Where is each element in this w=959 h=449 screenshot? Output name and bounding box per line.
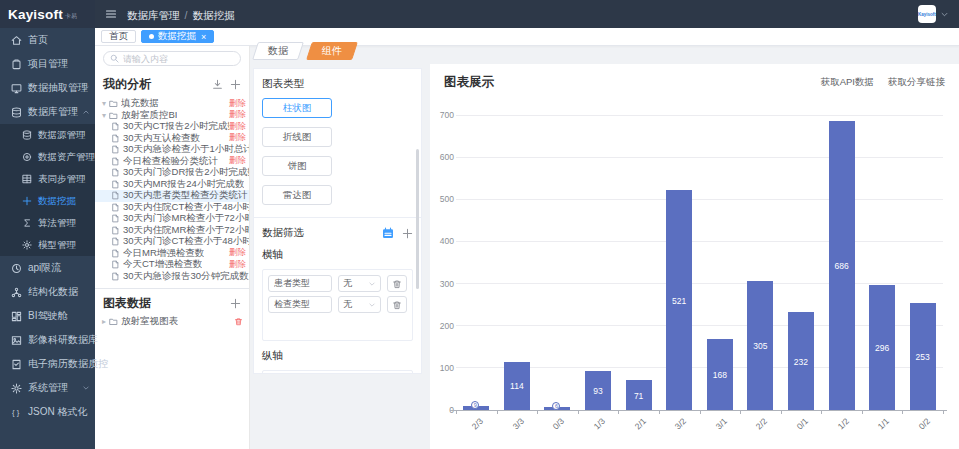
sidebar-item-数据抽取管理[interactable]: 数据抽取管理 <box>0 76 95 100</box>
sidebar-item-算法管理[interactable]: 算法管理 <box>0 212 95 234</box>
breadcrumb-item[interactable]: 数据挖掘 <box>192 9 234 21</box>
sidebar-item-BI驾驶舱[interactable]: BI驾驶舱 <box>0 304 95 328</box>
chart-action-link[interactable]: 获取分享链接 <box>888 76 945 89</box>
caret-down-icon[interactable]: ▾ <box>102 99 109 108</box>
page-tab-数据挖掘[interactable]: 数据挖掘× <box>141 30 214 43</box>
caret-down-icon[interactable]: ▾ <box>102 111 109 120</box>
page-tab-label: 首页 <box>109 30 128 43</box>
axis-agg-value: 无 <box>343 298 352 311</box>
x-axis-tick-label: 0/2 <box>901 416 932 447</box>
axis-field-input[interactable] <box>268 275 332 292</box>
sidebar-item-label: 表同步管理 <box>38 173 86 186</box>
y-axis-tick-label: 400 <box>424 236 454 246</box>
avatar[interactable]: Kayisoft <box>918 5 936 23</box>
sidebar-item-模型管理[interactable]: 模型管理 <box>0 234 95 256</box>
sidebar-item-结构化数据[interactable]: 结构化数据 <box>0 280 95 304</box>
chart-type-折线图[interactable]: 折线图 <box>262 127 332 147</box>
sidebar-item-数据源管理[interactable]: 数据源管理 <box>0 124 95 146</box>
chart-data-folder-row[interactable]: ▸ 放射室视图表 <box>95 316 249 328</box>
sidebar-item-数据库管理[interactable]: 数据库管理 <box>0 100 95 124</box>
tree-item[interactable]: 30天内急诊报告30分钟完成数 <box>95 271 249 283</box>
hamburger-icon[interactable] <box>105 8 117 20</box>
x-axis-tick <box>740 410 741 414</box>
breadcrumb-separator: / <box>185 9 188 21</box>
chevron-down-icon <box>82 84 90 92</box>
chart-action-link[interactable]: 获取API数据 <box>821 76 874 89</box>
axis-field-input[interactable] <box>268 296 332 313</box>
sidebar-item-label: 项目管理 <box>28 57 68 71</box>
y-axis-box: 统计 <box>262 370 413 374</box>
calendar-icon[interactable] <box>382 227 394 239</box>
folder-icon <box>109 317 118 326</box>
brand-suffix: 卡易 <box>65 12 77 21</box>
trash-icon[interactable] <box>387 296 407 313</box>
x-axis-tick-label: 3/3 <box>495 416 526 447</box>
config-card: 图表类型 柱状图折线图饼图雷达图 数据筛选 横轴 无无 纵轴 统计 保存数据 <box>253 68 422 374</box>
sidebar-item-项目管理[interactable]: 项目管理 <box>0 52 95 76</box>
chart-data-section: 图表数据 ▸ 放射室视图表 <box>95 288 249 328</box>
page-tab-首页[interactable]: 首页 <box>101 30 136 43</box>
breadcrumb-item[interactable]: 数据库管理 <box>127 9 180 21</box>
add-chart-data-icon[interactable] <box>230 298 241 309</box>
delete-link[interactable]: 删除 <box>229 121 249 133</box>
delete-link[interactable]: 删除 <box>229 247 249 259</box>
x-axis-box: 无无 <box>262 269 413 341</box>
file-icon <box>111 249 120 258</box>
chart-panel-title: 图表展示 <box>444 74 494 91</box>
sidebar-item-label: api限流 <box>28 261 61 275</box>
sidebar-item-JSON 格式化[interactable]: { }JSON 格式化 <box>0 400 95 424</box>
delete-link[interactable]: 删除 <box>229 109 249 121</box>
sidebar-item-label: BI驾驶舱 <box>28 309 67 323</box>
file-icon <box>111 134 120 143</box>
x-axis-tick-label: 0/1 <box>779 416 810 447</box>
sidebar-item-数据资产管理[interactable]: 数据资产管理 <box>0 146 95 168</box>
sidebar-menu: 首页项目管理数据抽取管理数据库管理数据源管理数据资产管理表同步管理数据挖掘算法管… <box>0 28 95 424</box>
chart-type-饼图[interactable]: 饼图 <box>262 156 332 176</box>
add-analysis-icon[interactable] <box>230 79 241 90</box>
sidebar-item-label: 算法管理 <box>38 217 76 230</box>
emr-icon <box>11 359 22 370</box>
file-icon <box>111 157 120 166</box>
folder-icon <box>109 99 118 108</box>
sidebar-item-影像科研数据库[interactable]: 影像科研数据库 <box>0 328 95 352</box>
x-axis-tick-label: 2/1 <box>617 416 648 447</box>
tab-data[interactable]: 数据 <box>252 42 304 60</box>
data-filter-header: 数据筛选 <box>262 226 413 240</box>
delete-trash-icon[interactable] <box>234 317 243 326</box>
sidebar-item-api限流[interactable]: api限流 <box>0 256 95 280</box>
tab-component[interactable]: 组件 <box>306 42 358 60</box>
add-filter-icon[interactable] <box>402 228 413 239</box>
delete-link[interactable]: 删除 <box>229 98 249 110</box>
x-axis-tick <box>537 410 538 414</box>
chart-links: 获取API数据获取分享链接 <box>807 76 945 89</box>
x-axis-tick <box>456 410 457 414</box>
trash-icon[interactable] <box>387 275 407 292</box>
import-icon[interactable] <box>212 79 223 90</box>
chart-type-label: 图表类型 <box>262 77 413 91</box>
search-box[interactable] <box>103 51 241 66</box>
axis-agg-select[interactable]: 无 <box>338 275 381 292</box>
sidebar-item-数据挖掘[interactable]: 数据挖掘 <box>0 190 95 212</box>
sidebar-item-首页[interactable]: 首页 <box>0 28 95 52</box>
axis-agg-select[interactable]: 无 <box>338 296 381 313</box>
sidebar-item-系统管理[interactable]: 系统管理 <box>0 376 95 400</box>
chart-type-雷达图[interactable]: 雷达图 <box>262 185 332 205</box>
axis-row: 无 <box>268 296 407 313</box>
y-axis-tick-label: 300 <box>424 279 454 289</box>
scrollbar-thumb[interactable] <box>416 149 419 289</box>
caret-right-icon[interactable]: ▸ <box>102 317 109 326</box>
sidebar-item-电子病历数据质控[interactable]: 电子病历数据质控 <box>0 352 95 376</box>
file-icon <box>111 214 120 223</box>
x-axis-tick <box>902 410 903 414</box>
mining-icon <box>22 196 32 206</box>
chart-type-柱状图[interactable]: 柱状图 <box>262 98 332 118</box>
chevron-down-icon[interactable] <box>940 10 949 19</box>
file-icon <box>111 226 120 235</box>
imaging-icon <box>11 335 22 346</box>
sidebar-item-表同步管理[interactable]: 表同步管理 <box>0 168 95 190</box>
sidebar-item-label: 电子病历数据质控 <box>28 357 108 371</box>
brand-name: Kayisoft <box>8 7 63 22</box>
search-input[interactable] <box>123 54 234 64</box>
gridline <box>456 115 943 116</box>
close-icon[interactable]: × <box>201 32 206 42</box>
